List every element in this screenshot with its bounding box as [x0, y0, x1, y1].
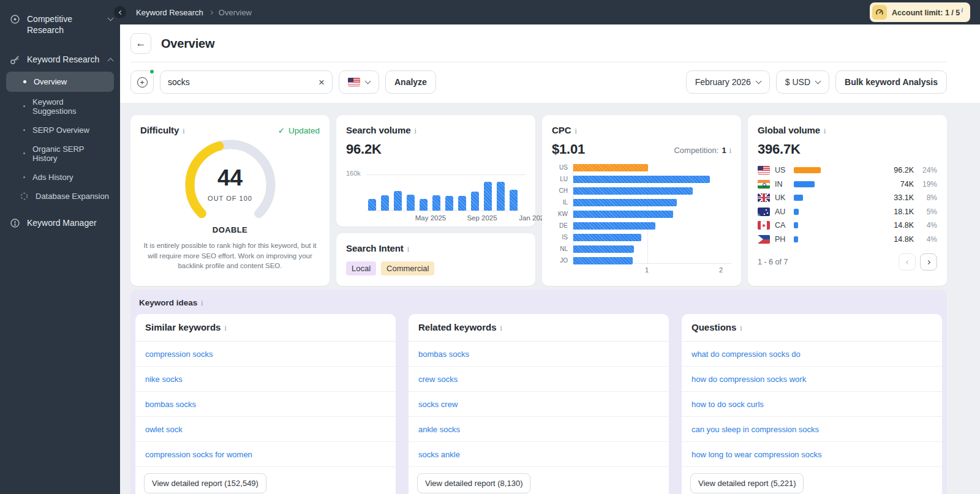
- intent-badge-local: Local: [346, 261, 376, 275]
- keyword-link[interactable]: owlet sock: [145, 425, 183, 434]
- keyword-search-input[interactable]: [168, 77, 314, 87]
- volume-bar: [407, 195, 415, 211]
- info-icon[interactable]: i: [500, 324, 502, 333]
- view-report-button[interactable]: View detailed report (5,221): [690, 473, 804, 493]
- bulk-analysis-button[interactable]: Bulk keyword Analysis: [835, 70, 947, 94]
- keyword-link[interactable]: how to do sock curls: [692, 400, 764, 409]
- search-intent-card: Search Intenti Local Commercial: [336, 233, 535, 286]
- volume-bar: [497, 182, 505, 211]
- info-icon[interactable]: i: [961, 7, 963, 13]
- keyword-link[interactable]: bombas socks: [145, 400, 196, 409]
- in-flag-icon: [758, 180, 770, 189]
- currency-select[interactable]: $ USD: [776, 70, 829, 94]
- info-icon[interactable]: i: [824, 127, 826, 136]
- cpc-country-label: CH: [552, 187, 568, 195]
- country-row: AU18.1K5%: [758, 205, 937, 219]
- sidebar: Competitive Research Keyword Research Ov…: [0, 0, 120, 494]
- keyword-link[interactable]: nike socks: [145, 375, 183, 384]
- sidebar-item-organic-serp-history[interactable]: Organic SERP History: [6, 140, 114, 167]
- info-icon[interactable]: i: [224, 324, 226, 333]
- analyze-button[interactable]: Analyze: [385, 70, 436, 94]
- sidebar-item-label: Database Expansion: [36, 192, 109, 201]
- cpc-value: $1.01: [552, 141, 585, 157]
- pagination-prev-button[interactable]: [899, 253, 916, 271]
- info-icon[interactable]: i: [183, 127, 184, 136]
- info-icon[interactable]: i: [729, 146, 731, 155]
- keyword-link[interactable]: crew socks: [418, 375, 458, 384]
- add-keyword-button[interactable]: +: [130, 70, 154, 94]
- chevron-right-icon: [925, 260, 930, 264]
- keyword-link[interactable]: compression socks: [145, 350, 213, 359]
- search-volume-value: 96.2K: [346, 141, 526, 157]
- keyword-list: bombas sockscrew sockssocks crewankle so…: [409, 342, 669, 467]
- keyword-link[interactable]: socks crew: [418, 400, 458, 409]
- cpc-bar: [573, 211, 673, 218]
- view-report-button[interactable]: View detailed report (152,549): [144, 473, 266, 493]
- country-code: AU: [775, 208, 789, 216]
- keyword-link-row: bombas socks: [409, 342, 669, 367]
- sidebar-subitems: Overview Keyword Suggestions SERP Overvi…: [0, 72, 120, 205]
- difficulty-score: 44: [175, 165, 285, 191]
- cpc-bar: [573, 199, 677, 206]
- country-select[interactable]: [339, 70, 379, 94]
- sidebar-item-keyword-suggestions[interactable]: Keyword Suggestions: [6, 93, 114, 120]
- keyword-link[interactable]: can you sleep in compression socks: [692, 425, 819, 434]
- account-limit-badge[interactable]: Account limit: 1 / 5i: [870, 2, 970, 22]
- info-icon[interactable]: i: [414, 127, 416, 136]
- competition-label: Competition: 1 i: [674, 146, 731, 157]
- sidebar-item-overview[interactable]: Overview: [6, 72, 114, 92]
- global-volume-rows: US96.2K24%IN74K19%UK33.1K8%AU18.1K5%CA14…: [758, 163, 937, 246]
- sidebar-item-database-expansion[interactable]: Database Expansion: [6, 187, 114, 205]
- sidebar-item-serp-overview[interactable]: SERP Overview: [6, 121, 114, 139]
- sidebar-item-label: Keyword Research: [27, 54, 102, 65]
- card-title: Related keywords: [418, 322, 497, 332]
- country-row: PH14.8K4%: [758, 233, 937, 247]
- sidebar-collapse-button[interactable]: [113, 5, 127, 20]
- keyword-link[interactable]: ankle socks: [418, 425, 460, 434]
- sidebar-item-keyword-manager[interactable]: Keyword Manager: [0, 212, 120, 233]
- info-icon[interactable]: i: [740, 324, 742, 333]
- au-flag-icon: [758, 208, 770, 216]
- keyword-list: compression socksnike socksbombas sockso…: [135, 342, 396, 467]
- keyword-link-row: how long to wear compression socks: [682, 442, 942, 467]
- sidebar-item-keyword-research[interactable]: Keyword Research: [0, 49, 120, 70]
- info-icon[interactable]: i: [201, 299, 203, 308]
- country-code: IN: [775, 180, 789, 189]
- sidebar-item-competitive-research[interactable]: Competitive Research: [0, 9, 120, 40]
- info-icon[interactable]: i: [407, 245, 409, 254]
- country-volume: 96.2K: [887, 166, 914, 174]
- chevron-up-icon: [108, 58, 114, 64]
- page-title: Overview: [161, 37, 214, 51]
- back-button[interactable]: ←: [130, 33, 151, 54]
- sidebar-item-label: Keyword Suggestions: [32, 97, 109, 116]
- search-volume-card: Search volumei 96.2K 160k May 2025 Sep 2…: [336, 115, 535, 226]
- sidebar-item-label: Ads History: [32, 173, 73, 182]
- keyword-ideas-section: Keyword ideasi Similar keywordsi compres…: [130, 290, 947, 494]
- period-select[interactable]: February 2026: [686, 70, 770, 94]
- cpc-labels: USLUCHILKWDEISNLJO: [552, 163, 568, 264]
- sidebar-item-ads-history[interactable]: Ads History: [6, 168, 114, 186]
- pagination-next-button[interactable]: [920, 253, 937, 271]
- keyword-link[interactable]: compression socks for women: [145, 450, 252, 459]
- country-volume-bar: [794, 181, 815, 187]
- cpc-country-label: DE: [552, 222, 568, 230]
- cpc-bar: [573, 176, 710, 183]
- keyword-link[interactable]: what do compression socks do: [692, 350, 801, 359]
- keyword-link[interactable]: how long to wear compression socks: [692, 450, 821, 459]
- difficulty-gauge: 44 OUT OF 100: [175, 137, 285, 228]
- breadcrumb-keyword-research[interactable]: Keyword Research: [136, 8, 203, 17]
- cpc-country-label: IL: [552, 199, 568, 206]
- clear-search-icon[interactable]: ×: [318, 77, 325, 88]
- info-icon[interactable]: i: [575, 127, 576, 136]
- keyword-link[interactable]: how do compression socks work: [692, 375, 806, 384]
- search-volume-bars: [367, 182, 519, 211]
- keyword-link-row: how to do sock curls: [682, 392, 942, 417]
- chevron-down-icon: [365, 78, 371, 84]
- keyword-link[interactable]: bombas socks: [418, 350, 469, 359]
- sidebar-item-label: SERP Overview: [32, 125, 89, 135]
- country-volume-bar: [794, 209, 799, 215]
- keyword-link[interactable]: socks ankle: [418, 450, 460, 459]
- view-report-button[interactable]: View detailed report (8,130): [417, 473, 530, 493]
- keyword-link-row: owlet sock: [135, 417, 396, 442]
- cpc-bar: [573, 187, 693, 195]
